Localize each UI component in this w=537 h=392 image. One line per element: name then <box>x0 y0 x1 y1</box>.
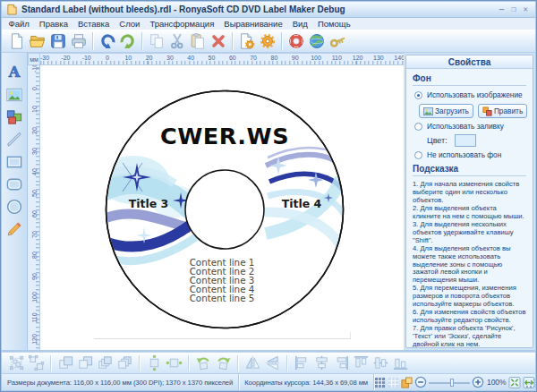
menu-item[interactable]: Вставка <box>72 19 114 29</box>
align-top-button[interactable] <box>351 354 371 372</box>
image-tool-button[interactable] <box>5 85 24 104</box>
label-content-lines[interactable]: Content line 1 Content line 2 Content li… <box>190 257 255 303</box>
radio-use-fill[interactable]: Использовать заливку <box>414 122 526 131</box>
undo-button[interactable] <box>97 30 117 51</box>
paste-button[interactable] <box>187 30 208 51</box>
align-left-button[interactable] <box>292 354 311 372</box>
text-tool-button[interactable]: A <box>5 63 24 81</box>
delete-button[interactable] <box>208 30 228 51</box>
pencil-tool-button[interactable] <box>5 219 24 238</box>
cd-label[interactable]: CWER.WS Title 3 Title 4 Content line 1 C… <box>94 91 351 339</box>
open-button[interactable] <box>27 30 47 51</box>
new-button[interactable] <box>6 30 27 51</box>
resize-grip[interactable] <box>525 378 534 388</box>
menu-item[interactable]: Выравнивание <box>219 19 287 29</box>
copy-button[interactable] <box>146 30 166 51</box>
help-button[interactable] <box>286 30 306 51</box>
save-button[interactable] <box>47 30 68 51</box>
zoom-slider[interactable] <box>429 379 470 387</box>
rounded-rectangle-tool-button[interactable] <box>5 175 24 193</box>
label-title-left[interactable]: Title 3 <box>129 197 169 210</box>
title-bar: Standard Label (without bleeds).rdl - Ro… <box>2 2 535 18</box>
print-button[interactable] <box>68 30 89 51</box>
hint-line: 7. Для правки объекта 'Рисунок', 'Текст'… <box>413 325 526 348</box>
rectangle-tool-button[interactable] <box>5 152 24 171</box>
menu-item[interactable]: Вид <box>287 19 312 29</box>
design-canvas[interactable]: CWER.WS Title 3 Title 4 Content line 1 C… <box>40 65 405 350</box>
clipart-tool-button[interactable] <box>5 107 24 126</box>
radio-use-image-circle[interactable] <box>414 91 422 99</box>
send-to-back-button[interactable] <box>75 354 95 372</box>
hint-line: 2. Для выделения объекта кликните на нем… <box>413 205 526 221</box>
group-button[interactable] <box>6 354 26 372</box>
align-middle-button[interactable] <box>371 354 390 372</box>
align-bottom-button[interactable] <box>390 354 410 372</box>
radio-no-background-circle[interactable] <box>414 151 422 159</box>
radio-use-fill-circle[interactable] <box>414 123 422 131</box>
flip-vertical-button[interactable] <box>262 354 282 372</box>
toolbar-separator <box>232 32 233 50</box>
rotate-left-button[interactable] <box>193 354 213 372</box>
ruler-mark: 80 <box>270 55 277 61</box>
send-backward-button[interactable] <box>115 354 134 372</box>
website-button[interactable] <box>306 30 327 51</box>
grid-icon[interactable] <box>374 377 386 388</box>
line-tool-button[interactable] <box>5 130 24 149</box>
minimize-button[interactable]: — <box>499 5 504 13</box>
ruler-mark: 90 <box>31 273 38 280</box>
menu-bar: ФайлПравкаВставкаСлоиТрансформацияВыравн… <box>2 18 535 30</box>
flip-horizontal-button[interactable] <box>243 354 262 372</box>
close-button[interactable]: ✕ <box>524 5 528 13</box>
fill-color-swatch[interactable] <box>455 134 476 147</box>
center-horizontally-button[interactable] <box>144 354 164 372</box>
toolbar-separator <box>92 32 93 50</box>
ruler-mark: 10 <box>124 55 132 61</box>
properties-panel-title: Свойства <box>406 55 533 69</box>
edit-image-button[interactable]: Править <box>478 104 527 118</box>
ruler-mark: 70 <box>31 231 38 238</box>
ruler-mark: 110 <box>31 313 38 323</box>
toolbar-separator <box>286 355 287 371</box>
fit-page-icon[interactable] <box>508 377 521 388</box>
tools-palette: A <box>2 53 28 350</box>
zoom-in-icon[interactable] <box>472 376 484 388</box>
snap-icon[interactable] <box>401 377 413 388</box>
menu-item[interactable]: Файл <box>4 19 34 29</box>
load-image-button[interactable]: Загрузить <box>419 104 473 118</box>
radio-no-background[interactable]: Не использовать фон <box>414 150 526 159</box>
redo-button[interactable] <box>117 30 138 51</box>
align-right-button[interactable] <box>331 354 351 372</box>
zoom-slider-thumb[interactable] <box>450 379 454 387</box>
ungroup-button[interactable] <box>26 354 46 372</box>
bring-to-front-button[interactable] <box>55 354 75 372</box>
status-bar: Размеры документа: 116,00 x 116,00 мм (3… <box>2 374 535 390</box>
grid-light-icon[interactable] <box>388 377 399 388</box>
menu-item[interactable]: Трансформация <box>145 19 219 29</box>
align-center-button[interactable] <box>311 354 331 372</box>
ellipse-tool-button[interactable] <box>5 197 24 216</box>
cursor-coordinates-status: Координаты курсора: 144,36 x 69,08 мм <box>239 374 374 390</box>
radio-use-image[interactable]: Использовать изображение <box>414 90 526 99</box>
menu-item[interactable]: Помощь <box>312 19 355 29</box>
ruler-mark: 20 <box>31 127 38 134</box>
menu-item[interactable]: Слои <box>115 19 145 29</box>
ruler-mark: 10 <box>31 106 38 113</box>
rotate-right-button[interactable] <box>213 354 233 372</box>
license-key-button[interactable] <box>327 30 347 51</box>
menu-item[interactable]: Правка <box>34 19 72 29</box>
toolbar-separator <box>188 355 189 371</box>
cut-button[interactable] <box>166 30 187 51</box>
center-vertically-button[interactable] <box>164 354 183 372</box>
disc-hole <box>185 170 264 249</box>
bring-forward-button[interactable] <box>95 354 115 372</box>
settings-button[interactable] <box>257 30 277 51</box>
toolbar-separator <box>281 32 282 50</box>
ruler-mark: 110 <box>332 55 342 61</box>
zoom-out-icon[interactable] <box>414 376 427 388</box>
label-brand-text[interactable]: CWER.WS <box>160 123 289 149</box>
edit-icon <box>482 107 492 116</box>
page-setup-button[interactable] <box>236 30 257 51</box>
maximize-button[interactable]: ❐ <box>511 5 516 13</box>
ruler-mark: -10 <box>82 55 91 61</box>
label-title-right[interactable]: Title 4 <box>282 197 322 210</box>
